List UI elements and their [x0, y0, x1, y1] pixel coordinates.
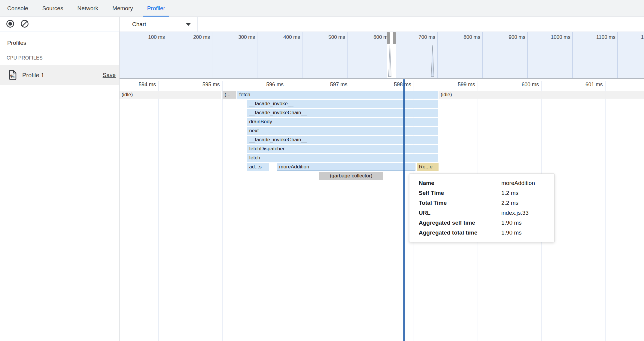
flame-bar[interactable]: __facade_invokeChain__: [247, 109, 438, 117]
flame-bar[interactable]: __facade_invoke__: [247, 100, 438, 108]
overview-tick-label: 200 ms: [165, 34, 210, 40]
tooltip-value: moreAddition: [501, 178, 548, 188]
flame-row: (idle)(...fetch(idle): [120, 91, 644, 99]
record-button[interactable]: [5, 20, 15, 29]
tooltip-row: Self Time1.2 ms: [419, 188, 548, 198]
flame-bar[interactable]: (idle): [120, 91, 221, 99]
flame-row: drainBody: [120, 118, 644, 126]
tab-network[interactable]: Network: [77, 0, 98, 17]
flame-bar[interactable]: next: [247, 127, 438, 135]
flame-row: (garbage collector): [120, 172, 644, 180]
flame-row: __facade_invokeChain__: [120, 136, 644, 144]
tooltip-row: Aggregated self time1.90 ms: [419, 218, 548, 228]
ruler-tick-label: 597 ms: [302, 81, 348, 88]
playhead-line: [403, 79, 405, 341]
tooltip-label: URL: [419, 208, 501, 218]
overview-tick-label: 1200 ms: [615, 34, 644, 40]
flame-bar[interactable]: fetchDispatcher: [247, 145, 438, 153]
tooltip-label: Name: [419, 178, 501, 188]
detail-time-ruler: 594 ms595 ms596 ms597 ms598 ms599 ms600 …: [120, 80, 644, 91]
ruler-tick-label: 601 ms: [558, 81, 603, 88]
devtools-tab-bar: ConsoleSourcesNetworkMemoryProfiler: [0, 0, 644, 17]
profile-document-icon: %: [8, 70, 17, 81]
tooltip-row: NamemoreAddition: [419, 178, 548, 188]
cpu-activity-spike: [388, 45, 392, 78]
frame-info-tooltip: NamemoreAdditionSelf Time1.2 msTotal Tim…: [409, 174, 554, 242]
flame-bar[interactable]: (idle): [439, 91, 644, 99]
profiles-sidebar: Profiles CPU PROFILES % Profile 1 Save: [0, 17, 120, 341]
profiler-toolbar: [0, 17, 119, 32]
flame-bar[interactable]: ad...s: [247, 163, 269, 171]
timeline-overview[interactable]: 100 ms200 ms300 ms400 ms500 ms600 ms700 …: [120, 32, 644, 79]
ruler-tick-label: 595 ms: [175, 81, 220, 88]
flame-bar[interactable]: drainBody: [247, 118, 438, 126]
overview-tick-label: 800 ms: [435, 34, 480, 40]
profile-name: Profile 1: [22, 72, 103, 79]
ruler-tick-label: 599 ms: [430, 81, 475, 88]
tab-sources[interactable]: Sources: [42, 0, 63, 17]
overview-tick-label: 1100 ms: [570, 34, 615, 40]
tooltip-value: 1.90 ms: [501, 228, 548, 238]
save-profile-link[interactable]: Save: [103, 72, 116, 78]
overview-tick-label: 1000 ms: [525, 34, 570, 40]
flame-row: next: [120, 127, 644, 135]
overview-tick-label: 900 ms: [480, 34, 525, 40]
tooltip-row: Total Time2.2 ms: [419, 198, 548, 208]
chevron-down-icon: [186, 23, 191, 26]
flame-bar[interactable]: fetch: [237, 91, 438, 99]
tooltip-value: 1.2 ms: [501, 188, 548, 198]
svg-text:%: %: [10, 74, 14, 79]
sidebar-title: Profiles: [0, 32, 119, 46]
selection-handle-right[interactable]: [393, 32, 396, 44]
flame-bar[interactable]: moreAddition: [277, 163, 415, 171]
flame-row: ad...smoreAdditionRe...e: [120, 163, 644, 171]
profiler-main-pane: Chart 100 ms200 ms300 ms400 ms500 ms600 …: [120, 17, 644, 341]
tab-profiler[interactable]: Profiler: [147, 0, 165, 17]
tooltip-label: Aggregated total time: [419, 228, 501, 238]
flame-bar[interactable]: Re...e: [417, 163, 439, 171]
overview-tick-label: 600 ms: [345, 34, 390, 40]
overview-tick-label: 300 ms: [210, 34, 255, 40]
flame-row: fetch: [120, 154, 644, 162]
tooltip-value: index.js:33: [501, 208, 548, 218]
tooltip-label: Aggregated self time: [419, 218, 501, 228]
cpu-profiles-heading: CPU PROFILES: [0, 46, 119, 65]
tooltip-value: 1.90 ms: [501, 218, 548, 228]
overview-tick-label: 400 ms: [255, 34, 300, 40]
flame-bar[interactable]: fetch: [247, 154, 438, 162]
flame-row: __facade_invokeChain__: [120, 109, 644, 117]
tab-console[interactable]: Console: [7, 0, 28, 17]
tooltip-row: URLindex.js:33: [419, 208, 548, 218]
overview-tick-label: 100 ms: [120, 34, 165, 40]
tab-memory[interactable]: Memory: [112, 0, 133, 17]
tooltip-value: 2.2 ms: [501, 198, 548, 208]
overview-tick-label: 500 ms: [300, 34, 345, 40]
selection-handle-left[interactable]: [387, 32, 390, 44]
flame-bar[interactable]: (garbage collector): [319, 172, 383, 180]
ruler-tick-label: 594 ms: [120, 81, 156, 88]
view-selector-row: Chart: [120, 17, 644, 32]
flame-row: fetchDispatcher: [120, 145, 644, 153]
record-icon: [6, 19, 15, 29]
ruler-tick-label: 600 ms: [494, 81, 539, 88]
ruler-tick-label: 596 ms: [238, 81, 284, 88]
tooltip-label: Total Time: [419, 198, 501, 208]
flame-row: __facade_invoke__: [120, 100, 644, 108]
cpu-activity-spike: [431, 45, 434, 78]
view-mode-value: Chart: [132, 21, 186, 28]
tooltip-label: Self Time: [419, 188, 501, 198]
devtools-profiler-panel: ConsoleSourcesNetworkMemoryProfiler: [0, 0, 644, 341]
tooltip-row: Aggregated total time1.90 ms: [419, 228, 548, 238]
flame-bar[interactable]: (...: [223, 91, 237, 99]
clear-icon: [20, 19, 29, 29]
flame-bar[interactable]: __facade_invokeChain__: [247, 136, 438, 144]
profile-list-item[interactable]: % Profile 1 Save: [0, 65, 119, 85]
clear-button[interactable]: [20, 20, 29, 29]
view-mode-select[interactable]: Chart: [120, 17, 198, 32]
overview-tick-label: 700 ms: [390, 34, 435, 40]
